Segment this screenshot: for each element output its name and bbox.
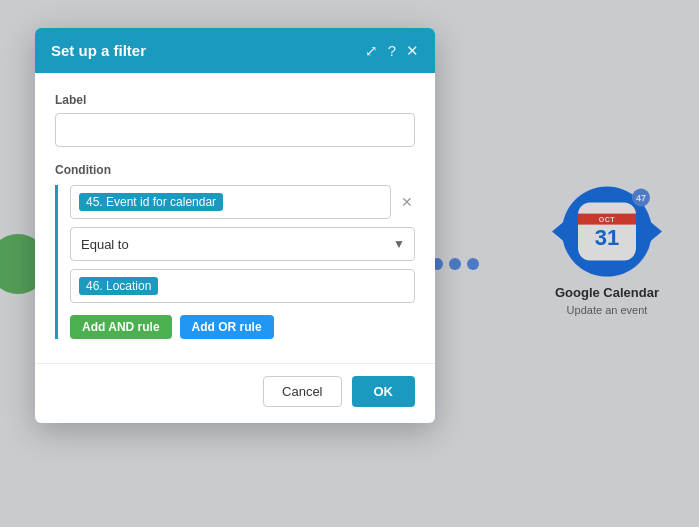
dialog-header: Set up a filter ⤢ ? ✕ <box>35 28 435 73</box>
first-tag: 45. Event id for calendar <box>79 193 223 211</box>
expand-button[interactable]: ⤢ <box>365 43 378 58</box>
rule-buttons: Add AND rule Add OR rule <box>70 315 415 339</box>
condition-row-2: 46. Location <box>70 269 415 303</box>
condition-block: 45. Event id for calendar ✕ Equal to Not… <box>55 185 415 339</box>
condition-label: Condition <box>55 163 415 177</box>
dialog-title: Set up a filter <box>51 42 146 59</box>
filter-dialog: Set up a filter ⤢ ? ✕ Label Condition 45… <box>35 28 435 423</box>
operator-select[interactable]: Equal to Not equal to Contains Does not … <box>70 227 415 261</box>
first-tag-clear[interactable]: ✕ <box>399 194 415 210</box>
add-or-rule-button[interactable]: Add OR rule <box>180 315 274 339</box>
cancel-button[interactable]: Cancel <box>263 376 341 407</box>
second-tag: 46. Location <box>79 277 158 295</box>
first-tag-input[interactable]: 45. Event id for calendar <box>70 185 391 219</box>
second-tag-input[interactable]: 46. Location <box>70 269 415 303</box>
dialog-footer: Cancel OK <box>35 363 435 423</box>
condition-row-1: 45. Event id for calendar ✕ <box>70 185 415 219</box>
condition-row-operator: Equal to Not equal to Contains Does not … <box>70 227 415 261</box>
close-button[interactable]: ✕ <box>406 43 419 58</box>
ok-button[interactable]: OK <box>352 376 416 407</box>
header-actions: ⤢ ? ✕ <box>365 43 419 58</box>
label-field-label: Label <box>55 93 415 107</box>
label-input[interactable] <box>55 113 415 147</box>
operator-select-wrap: Equal to Not equal to Contains Does not … <box>70 227 415 261</box>
add-and-rule-button[interactable]: Add AND rule <box>70 315 172 339</box>
help-button[interactable]: ? <box>388 43 396 58</box>
dialog-body: Label Condition 45. Event id for calenda… <box>35 73 435 355</box>
